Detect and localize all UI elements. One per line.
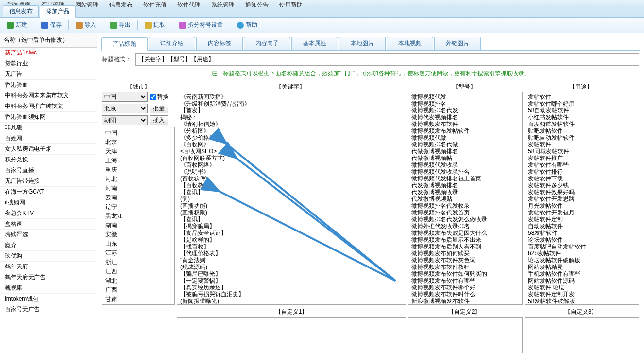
product-item[interactable]: 积分兑换 bbox=[0, 155, 97, 165]
sub-tab[interactable]: 外链图片 bbox=[434, 37, 481, 50]
submit-button[interactable]: 提取 bbox=[141, 19, 169, 31]
product-item[interactable]: 香港验血 bbox=[0, 80, 97, 90]
model-line: 微博视频代发 bbox=[411, 93, 519, 100]
city-item[interactable]: 甘肃 bbox=[103, 295, 173, 304]
city-item[interactable]: 北京 bbox=[103, 138, 173, 147]
keyword-line: (百收软件) bbox=[180, 175, 403, 182]
product-item[interactable]: 中科商务网推广纯软文 bbox=[0, 101, 97, 112]
custom2-textarea[interactable] bbox=[408, 317, 523, 353]
custom1-textarea[interactable] bbox=[177, 317, 406, 353]
product-item[interactable]: 甄视康 bbox=[0, 283, 97, 294]
top-menu-item[interactable]: 系统管理 bbox=[211, 1, 235, 5]
product-item[interactable]: 无广告 bbox=[0, 69, 97, 80]
country-select[interactable]: 中国 bbox=[102, 92, 148, 102]
insert-button[interactable]: 插入 bbox=[150, 115, 168, 125]
save-button[interactable]: 保存 bbox=[37, 19, 66, 31]
city-item[interactable]: 河北 bbox=[103, 175, 173, 184]
replace-checkbox[interactable]: 替换 bbox=[150, 92, 169, 102]
product-item[interactable]: 百家号无广告 bbox=[0, 304, 97, 315]
city-item[interactable]: 中国 bbox=[103, 128, 173, 138]
sub-tab[interactable]: 本地视频 bbox=[387, 37, 433, 50]
product-item[interactable]: 盒格速 bbox=[0, 219, 97, 230]
keyword-line: 《百收网》 bbox=[180, 141, 403, 148]
import-button[interactable]: 导入 bbox=[72, 19, 100, 31]
product-item[interactable]: 中科商务网未来集市软文 bbox=[0, 90, 97, 101]
top-menu-item[interactable]: 产品管理 bbox=[41, 1, 65, 5]
product-item[interactable]: 百姓网 bbox=[0, 133, 97, 144]
city-item[interactable]: 云南 bbox=[103, 193, 173, 202]
city-item[interactable]: 江苏 bbox=[103, 249, 173, 258]
product-item[interactable]: 贷款行业 bbox=[0, 58, 97, 69]
sub-tab[interactable]: 内容标签 bbox=[196, 37, 243, 50]
product-list[interactable]: 新产品1siwc贷款行业无广告香港验血中科商务网未来集市软文中科商务网推广纯软文… bbox=[0, 48, 97, 356]
top-menu-item[interactable]: 我的桌面 bbox=[7, 1, 31, 5]
product-item[interactable]: 新产品1siwc bbox=[0, 48, 97, 58]
keyword-line: 【骗局已曝光】 bbox=[180, 270, 403, 277]
top-menu-item[interactable]: 使用帮助 bbox=[279, 1, 303, 5]
product-item[interactable]: 无广告带连接 bbox=[0, 176, 97, 187]
city-item[interactable]: 山东 bbox=[103, 239, 173, 249]
window-tab[interactable]: 添加产品 bbox=[40, 5, 76, 18]
split-button[interactable]: 拆分符号设置 bbox=[175, 19, 227, 31]
split-icon bbox=[179, 22, 186, 29]
province-select[interactable]: 北京 bbox=[102, 104, 148, 113]
export-button[interactable]: 导出 bbox=[106, 19, 135, 31]
product-item[interactable]: 夜总会KTV bbox=[0, 208, 97, 219]
sub-tab[interactable]: 本地图片 bbox=[339, 37, 386, 50]
replace-check[interactable] bbox=[150, 94, 156, 100]
model-textarea[interactable]: 微博视频代发微博视频排名微博视频排名代发微博代发视频排名微博视频发布软件微博视频… bbox=[408, 92, 523, 305]
city-item[interactable]: 重庆 bbox=[103, 165, 173, 175]
product-item[interactable]: 香港验血须知网 bbox=[0, 112, 97, 123]
custom3-textarea[interactable] bbox=[525, 317, 639, 353]
help-button[interactable]: 帮助 bbox=[233, 19, 261, 31]
product-item[interactable]: 百家号直播 bbox=[0, 165, 97, 176]
district-select[interactable]: 朝阳 bbox=[102, 115, 148, 125]
product-item[interactable]: 玖优购 bbox=[0, 251, 97, 262]
city-item[interactable]: 江西 bbox=[103, 267, 173, 276]
keyword-line: (直播功能) bbox=[180, 202, 403, 209]
top-menu-item[interactable]: 网站管理 bbox=[75, 1, 99, 5]
city-item[interactable]: 广西 bbox=[103, 285, 173, 295]
city-item[interactable]: 湖北 bbox=[103, 276, 173, 285]
import-label: 导入 bbox=[85, 21, 96, 29]
product-item[interactable]: 女人私房话电子烟 bbox=[0, 144, 97, 155]
product-item[interactable]: 魔介 bbox=[0, 240, 97, 251]
sub-tab[interactable]: 内容句子 bbox=[244, 37, 290, 50]
top-menu-item[interactable]: 通知公告 bbox=[245, 1, 269, 5]
city-item[interactable]: 河南 bbox=[103, 184, 173, 193]
title-format-input[interactable]: 【关键字】【型号】【用途】 bbox=[135, 53, 639, 66]
top-menu-item[interactable]: 软件代理 bbox=[177, 1, 201, 5]
city-item[interactable]: 黑龙江 bbox=[103, 212, 173, 221]
new-button[interactable]: 新建 bbox=[3, 19, 31, 31]
use-line: 58发帖软件 bbox=[528, 230, 636, 236]
keyword-textarea[interactable]: 《云南新闻联播》《升级和创新消费品指南》【首发】揭秘：《请别相信她》《分析图》《… bbox=[177, 92, 406, 305]
city-item[interactable]: 天津 bbox=[103, 147, 173, 156]
top-menu-item[interactable]: 软件充值 bbox=[143, 1, 167, 5]
product-item[interactable]: 非凡履 bbox=[0, 123, 97, 133]
product-item[interactable]: 鹤年天府无广告 bbox=[0, 272, 97, 283]
use-textarea[interactable]: 发帖软件发帖软件哪个好用58自动发帖软件小红书发帖软件百度知道发帖软件贴吧发帖软… bbox=[525, 92, 639, 305]
sub-tab[interactable]: 产品标题 bbox=[101, 37, 148, 51]
city-item[interactable]: 浙江 bbox=[103, 258, 173, 267]
sub-tab[interactable]: 详细介绍 bbox=[149, 37, 195, 50]
product-item[interactable]: it搜购网 bbox=[0, 197, 97, 208]
keyword-line: (新闻报道曝光) bbox=[180, 298, 403, 304]
city-item[interactable]: 湖南 bbox=[103, 221, 173, 230]
city-item[interactable]: 上海 bbox=[103, 156, 173, 165]
product-item[interactable]: imtokem钱包 bbox=[0, 294, 97, 304]
batch-button[interactable]: 批量 bbox=[150, 104, 168, 113]
city-item[interactable]: 安徽 bbox=[103, 230, 173, 239]
city-list[interactable]: 中国北京天津上海重庆河北河南云南辽宁黑龙江湖南安徽山东江苏浙江江西湖北广西甘肃山… bbox=[102, 127, 175, 305]
use-line: 58同城发帖软件 bbox=[528, 148, 636, 155]
product-item[interactable]: 在海一方GCAT bbox=[0, 187, 97, 197]
city-item[interactable]: 山西 bbox=[103, 304, 173, 305]
city-controls: 中国 替换 北京 批量 朝阳 插入 bbox=[102, 92, 175, 125]
city-item[interactable]: 辽宁 bbox=[103, 202, 173, 212]
use-line: 发帖软件 bbox=[528, 93, 636, 100]
sub-tab[interactable]: 基本属性 bbox=[291, 37, 338, 50]
product-item[interactable]: 鹤年天府 bbox=[0, 262, 97, 272]
product-item[interactable]: 嗨购严选 bbox=[0, 230, 97, 240]
model-line: 微博视频发布后别人看不到 bbox=[411, 243, 519, 250]
top-menu-item[interactable]: 信息发布 bbox=[109, 1, 133, 5]
window-tab[interactable]: 信息发布 bbox=[3, 5, 39, 17]
